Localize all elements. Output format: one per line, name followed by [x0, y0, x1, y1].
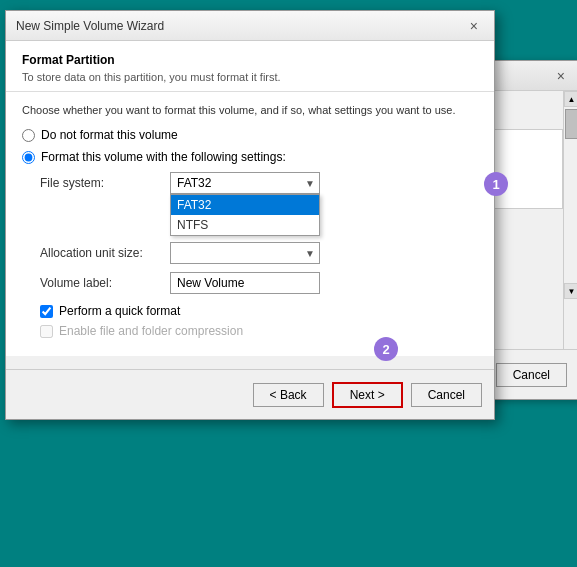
scrollbar[interactable]: ▲ ▼ — [563, 91, 577, 349]
compression-checkbox — [40, 325, 53, 338]
file-system-control: FAT32 ▼ FAT32 NTFS 1 — [170, 172, 478, 194]
allocation-unit-dropdown[interactable]: ▼ — [170, 242, 320, 264]
allocation-unit-label: Allocation unit size: — [40, 246, 170, 260]
volume-label-row: Volume label: — [40, 272, 478, 294]
radio-format-row: Format this volume with the following se… — [22, 150, 478, 164]
back-window-close-button[interactable]: × — [551, 66, 571, 86]
dropdown-item-fat32[interactable]: FAT32 — [171, 195, 319, 215]
quick-format-row: Perform a quick format — [40, 304, 478, 318]
scroll-down-button[interactable]: ▼ — [564, 283, 578, 299]
quick-format-label: Perform a quick format — [59, 304, 180, 318]
dialog-footer: 2 < Back Next > Cancel — [6, 369, 494, 419]
allocation-unit-row: Allocation unit size: ▼ — [40, 242, 478, 264]
radio-do-format-label: Format this volume with the following se… — [41, 150, 286, 164]
dialog-header-title: Format Partition — [22, 53, 478, 67]
dialog-titlebar: New Simple Volume Wizard × — [6, 11, 494, 41]
next-button[interactable]: Next > — [332, 382, 403, 408]
volume-label-label: Volume label: — [40, 276, 170, 290]
file-system-dropdown[interactable]: FAT32 ▼ — [170, 172, 320, 194]
badge-1: 1 — [484, 172, 508, 196]
radio-do-format[interactable] — [22, 151, 35, 164]
format-settings: File system: FAT32 ▼ FAT32 NTFS 1 — [40, 172, 478, 294]
cancel-button-finish-page[interactable]: Cancel — [496, 363, 567, 387]
file-system-label: File system: — [40, 176, 170, 190]
dropdown-arrow-icon: ▼ — [305, 178, 315, 189]
file-system-dropdown-list: FAT32 NTFS — [170, 194, 320, 236]
volume-label-control — [170, 272, 478, 294]
badge-2: 2 — [374, 337, 398, 361]
allocation-dropdown-arrow-icon: ▼ — [305, 248, 315, 259]
allocation-unit-control: ▼ — [170, 242, 478, 264]
dialog-title: New Simple Volume Wizard — [16, 19, 164, 33]
scroll-thumb[interactable] — [565, 109, 578, 139]
compression-row: Enable file and folder compression — [40, 324, 478, 338]
compression-label: Enable file and folder compression — [59, 324, 243, 338]
back-button-format-page[interactable]: < Back — [253, 383, 324, 407]
volume-label-input[interactable] — [170, 272, 320, 294]
cancel-button-format-page[interactable]: Cancel — [411, 383, 482, 407]
dialog-header-subtitle: To store data on this partition, you mus… — [22, 71, 478, 83]
dialog-body: Choose whether you want to format this v… — [6, 92, 494, 356]
dialog-close-button[interactable]: × — [464, 16, 484, 36]
quick-format-checkbox[interactable] — [40, 305, 53, 318]
file-system-row: File system: FAT32 ▼ FAT32 NTFS 1 — [40, 172, 478, 194]
file-system-value: FAT32 — [177, 176, 211, 190]
scroll-up-button[interactable]: ▲ — [564, 91, 578, 107]
radio-no-format-label: Do not format this volume — [41, 128, 178, 142]
main-dialog: New Simple Volume Wizard × Format Partit… — [5, 10, 495, 420]
dialog-body-text: Choose whether you want to format this v… — [22, 104, 478, 116]
dropdown-item-ntfs[interactable]: NTFS — [171, 215, 319, 235]
radio-no-format-row: Do not format this volume — [22, 128, 478, 142]
radio-no-format[interactable] — [22, 129, 35, 142]
dialog-header: Format Partition To store data on this p… — [6, 41, 494, 92]
